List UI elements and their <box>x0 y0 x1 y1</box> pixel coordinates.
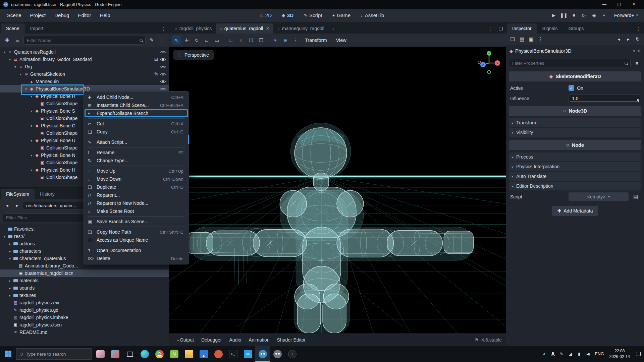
property-group-row[interactable]: ▸ Editor Description <box>509 182 641 190</box>
context-menu-item[interactable] <box>85 146 188 148</box>
menu-bar-item[interactable]: Editor <box>73 10 95 20</box>
history-back-icon[interactable] <box>614 35 623 44</box>
viewport-tool-icon[interactable] <box>222 36 225 45</box>
class-section-skeletonmodifier3d[interactable]: SkeletonModifier3D <box>509 71 641 81</box>
context-menu-item[interactable] <box>85 215 188 218</box>
stop-icon[interactable]: ■ <box>569 11 579 20</box>
task-view-icon[interactable] <box>122 346 137 362</box>
influence-number-field[interactable]: 1.0 <box>569 94 640 103</box>
perspective-menu-button[interactable]: ⋮ Perspective <box>173 50 214 60</box>
action-center-button[interactable] <box>633 346 644 362</box>
renderer-dropdown[interactable]: Forward+ ▾ <box>611 11 641 19</box>
volume-tray-icon[interactable] <box>584 346 592 362</box>
bird-photo-1-icon[interactable] <box>93 346 108 362</box>
collapse-arrow-icon[interactable]: ▾ <box>23 87 29 91</box>
inspected-node-row[interactable]: ◆ PhysicalBoneSimulator3D ▾ ⚙ <box>506 45 644 57</box>
photos-icon[interactable] <box>196 346 211 362</box>
property-group-row[interactable]: ▸ Transform <box>509 118 641 127</box>
file-tree-row[interactable]: ragdoll_physics.tscn <box>0 321 169 328</box>
godot-icon[interactable] <box>255 346 270 362</box>
remote-debug-icon[interactable]: ⌖ <box>599 11 609 20</box>
dock-tab[interactable]: Signals <box>537 23 563 34</box>
notepadpp-icon[interactable] <box>167 346 181 362</box>
collapse-arrow-icon[interactable]: ▾ <box>2 50 7 54</box>
transform-menu[interactable]: Transform <box>301 36 331 45</box>
context-menu-item[interactable] <box>85 165 188 167</box>
property-group-row[interactable]: ▸ Visibility <box>509 128 641 137</box>
file-explorer-icon[interactable] <box>181 346 196 362</box>
collapse-arrow-icon[interactable]: ▸ <box>7 242 12 246</box>
minimize-icon[interactable]: — <box>598 0 611 8</box>
row-badge[interactable]: % <box>154 72 158 76</box>
view-menu[interactable]: View <box>332 36 351 45</box>
context-menu-item[interactable]: Copy Ctrl+C <box>85 128 188 136</box>
nav-forward-icon[interactable]: ▸ <box>13 201 21 210</box>
file-tree-row[interactable]: quaternius_ragdoll.tscn <box>0 269 169 277</box>
kebab-icon[interactable] <box>291 36 300 45</box>
dock-tab[interactable]: History <box>35 189 60 199</box>
battery-tray-icon[interactable] <box>575 346 584 362</box>
installer-icon[interactable] <box>211 346 226 362</box>
mic-tray-icon[interactable] <box>549 346 557 362</box>
taskbar-search-box[interactable]: Type here to search <box>16 348 92 360</box>
kebab-menu-icon[interactable]: ⋮ <box>536 35 545 44</box>
box-select-icon[interactable] <box>212 36 221 45</box>
context-menu-item[interactable] <box>85 136 188 138</box>
nav-back-icon[interactable]: ◂ <box>3 201 11 210</box>
view-axis-gizmo[interactable]: Y X Z <box>475 49 503 77</box>
play-icon[interactable]: ▶ <box>549 11 558 20</box>
dock-tab[interactable]: Groups <box>563 23 589 34</box>
collapse-arrow-icon[interactable]: ▾ <box>13 65 18 69</box>
file-tree-row[interactable]: ▸ textures <box>0 292 169 299</box>
collapse-arrow-icon[interactable]: ▾ <box>29 95 34 98</box>
edge-icon[interactable] <box>137 346 152 362</box>
collapse-arrow-icon[interactable]: ▾ <box>29 168 34 172</box>
context-menu-item[interactable]: Open Documentation <box>85 246 188 254</box>
slider-handle[interactable] <box>637 99 639 102</box>
context-menu-item[interactable]: Reparent to New Node... <box>85 199 188 207</box>
context-menu-item[interactable]: Cut Ctrl+X <box>85 120 188 128</box>
scene-tab[interactable]: ○ mannequiny_ragdoll <box>273 23 328 34</box>
collapse-arrow-icon[interactable]: ▾ <box>29 139 34 142</box>
context-menu-item[interactable]: Save Branch as Scene... <box>85 218 188 226</box>
collapse-arrow-icon[interactable]: ▸ <box>7 294 12 297</box>
context-menu-item[interactable]: Duplicate Ctrl+D <box>85 183 188 191</box>
context-switch-button[interactable]: ◇ 2D <box>256 10 276 20</box>
context-menu-item[interactable]: Reparent... <box>85 191 188 199</box>
context-menu-item[interactable] <box>85 244 188 246</box>
context-menu-item[interactable] <box>85 117 188 120</box>
history-forward-icon[interactable] <box>624 35 633 44</box>
start-button[interactable] <box>0 346 16 362</box>
select-tool-icon[interactable] <box>172 36 181 45</box>
collapse-arrow-icon[interactable]: ▾ <box>29 154 34 157</box>
sun-icon[interactable] <box>271 36 280 45</box>
play-scene-icon[interactable]: ▷ <box>579 11 589 20</box>
collapse-arrow-icon[interactable]: ▸ <box>7 279 12 283</box>
scene-tree-row[interactable]: ▾ GeneralSkeleton % <box>0 70 169 78</box>
scene-tree-row[interactable]: Mannequin <box>0 78 169 85</box>
move-tool-icon[interactable] <box>182 36 191 45</box>
dock-tab[interactable]: FileSystem <box>1 189 35 199</box>
file-tree-row[interactable]: ▸ sounds <box>0 284 169 292</box>
snap-icon[interactable] <box>236 36 246 45</box>
group-icon[interactable] <box>257 36 266 45</box>
collapse-arrow-icon[interactable]: ▾ <box>18 72 23 76</box>
kebab-menu-icon[interactable]: ⋮ <box>485 24 495 34</box>
context-menu-item[interactable] <box>85 226 188 228</box>
script-value-dropdown[interactable]: <empty> ▾ <box>569 192 629 201</box>
collapse-arrow-icon[interactable]: ▾ <box>2 235 7 238</box>
bottom-panel-tab[interactable]: Debugger <box>198 335 226 345</box>
add-metadata-button[interactable]: ✚ Add Metadata <box>552 206 598 216</box>
ruler-icon[interactable] <box>226 36 235 45</box>
object-history-icon[interactable] <box>633 35 642 44</box>
context-menu-item[interactable]: Attach Script... <box>85 138 188 146</box>
dock-tab[interactable]: Scene <box>1 23 25 34</box>
visibility-eye-icon[interactable] <box>160 79 166 84</box>
scene-tab[interactable]: ○ ragdoll_physics <box>171 23 216 34</box>
context-switch-button[interactable]: ↓ AssetLib <box>357 10 388 20</box>
class-section-node3d[interactable]: Node3D <box>509 106 641 116</box>
file-tree-row[interactable]: ragdoll_physics.lmbake <box>0 314 169 321</box>
property-group-row[interactable]: ▸ Auto Translate <box>509 172 641 181</box>
lock-icon[interactable] <box>247 36 256 45</box>
filter-properties-input[interactable] <box>509 59 631 67</box>
